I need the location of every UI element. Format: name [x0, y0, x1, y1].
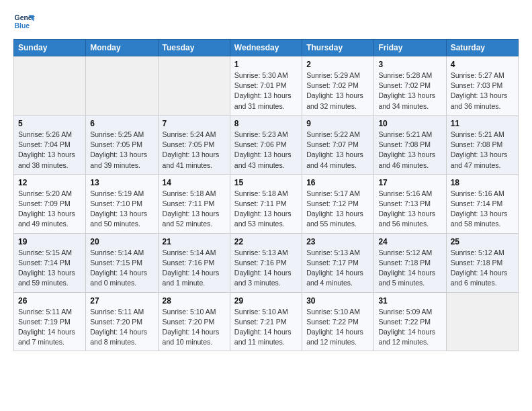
day-cell: 26Sunrise: 5:11 AMSunset: 7:19 PMDayligh…	[14, 292, 86, 351]
day-cell	[446, 292, 518, 351]
day-info: Sunrise: 5:21 AMSunset: 7:08 PMDaylight:…	[451, 130, 514, 171]
day-number: 2	[306, 60, 369, 69]
day-number: 23	[306, 237, 369, 246]
day-info: Sunrise: 5:29 AMSunset: 7:02 PMDaylight:…	[306, 71, 369, 111]
day-info: Sunrise: 5:14 AMSunset: 7:15 PMDaylight:…	[90, 248, 153, 289]
day-number: 12	[18, 178, 81, 187]
day-number: 19	[18, 237, 81, 246]
day-cell	[86, 56, 158, 116]
week-row-5: 26Sunrise: 5:11 AMSunset: 7:19 PMDayligh…	[14, 292, 519, 351]
day-info: Sunrise: 5:27 AMSunset: 7:03 PMDaylight:…	[451, 71, 514, 111]
logo: General Blue	[13, 11, 35, 32]
day-cell: 21Sunrise: 5:14 AMSunset: 7:16 PMDayligh…	[158, 233, 230, 292]
day-number: 11	[451, 119, 514, 128]
day-cell: 2Sunrise: 5:29 AMSunset: 7:02 PMDaylight…	[302, 56, 374, 116]
logo-icon: General Blue	[13, 11, 35, 32]
day-cell: 13Sunrise: 5:19 AMSunset: 7:10 PMDayligh…	[86, 174, 158, 233]
day-number: 3	[378, 60, 441, 69]
day-number: 20	[90, 237, 153, 246]
day-cell: 11Sunrise: 5:21 AMSunset: 7:08 PMDayligh…	[446, 115, 518, 174]
day-info: Sunrise: 5:10 AMSunset: 7:22 PMDaylight:…	[306, 307, 369, 348]
day-cell: 25Sunrise: 5:12 AMSunset: 7:18 PMDayligh…	[446, 233, 518, 292]
day-cell: 30Sunrise: 5:10 AMSunset: 7:22 PMDayligh…	[302, 292, 374, 351]
day-cell: 16Sunrise: 5:17 AMSunset: 7:12 PMDayligh…	[302, 174, 374, 233]
day-info: Sunrise: 5:12 AMSunset: 7:18 PMDaylight:…	[451, 248, 514, 289]
day-info: Sunrise: 5:25 AMSunset: 7:05 PMDaylight:…	[90, 130, 153, 171]
svg-text:Blue: Blue	[15, 22, 30, 30]
day-number: 16	[306, 178, 369, 187]
week-row-2: 5Sunrise: 5:26 AMSunset: 7:04 PMDaylight…	[14, 115, 519, 174]
week-row-1: 1Sunrise: 5:30 AMSunset: 7:01 PMDaylight…	[14, 56, 519, 116]
day-cell: 19Sunrise: 5:15 AMSunset: 7:14 PMDayligh…	[14, 233, 86, 292]
day-cell: 9Sunrise: 5:22 AMSunset: 7:07 PMDaylight…	[302, 115, 374, 174]
day-number: 31	[378, 296, 441, 306]
calendar-table: SundayMondayTuesdayWednesdayThursdayFrid…	[13, 39, 519, 351]
day-number: 14	[163, 178, 226, 187]
day-info: Sunrise: 5:28 AMSunset: 7:02 PMDaylight:…	[378, 71, 441, 111]
day-number: 1	[234, 60, 298, 69]
header-cell-monday: Monday	[86, 40, 158, 56]
day-info: Sunrise: 5:10 AMSunset: 7:21 PMDaylight:…	[234, 307, 298, 348]
header-cell-saturday: Saturday	[446, 40, 518, 56]
day-number: 4	[451, 60, 514, 69]
day-number: 22	[234, 237, 298, 246]
week-row-4: 19Sunrise: 5:15 AMSunset: 7:14 PMDayligh…	[14, 233, 519, 292]
day-info: Sunrise: 5:21 AMSunset: 7:08 PMDaylight:…	[378, 130, 441, 171]
day-cell: 12Sunrise: 5:20 AMSunset: 7:09 PMDayligh…	[14, 174, 86, 233]
day-cell: 18Sunrise: 5:16 AMSunset: 7:14 PMDayligh…	[446, 174, 518, 233]
day-cell: 17Sunrise: 5:16 AMSunset: 7:13 PMDayligh…	[374, 174, 446, 233]
day-cell: 3Sunrise: 5:28 AMSunset: 7:02 PMDaylight…	[374, 56, 446, 116]
day-number: 13	[90, 178, 153, 187]
day-info: Sunrise: 5:24 AMSunset: 7:05 PMDaylight:…	[163, 130, 226, 171]
day-info: Sunrise: 5:09 AMSunset: 7:22 PMDaylight:…	[378, 307, 441, 348]
day-cell: 6Sunrise: 5:25 AMSunset: 7:05 PMDaylight…	[86, 115, 158, 174]
day-info: Sunrise: 5:11 AMSunset: 7:19 PMDaylight:…	[18, 307, 81, 348]
day-number: 8	[234, 119, 298, 128]
day-info: Sunrise: 5:30 AMSunset: 7:01 PMDaylight:…	[234, 71, 298, 111]
header-cell-sunday: Sunday	[14, 40, 86, 56]
day-cell: 5Sunrise: 5:26 AMSunset: 7:04 PMDaylight…	[14, 115, 86, 174]
day-number: 21	[163, 237, 226, 246]
day-number: 28	[163, 296, 226, 306]
day-number: 5	[18, 119, 81, 128]
day-info: Sunrise: 5:22 AMSunset: 7:07 PMDaylight:…	[306, 130, 369, 171]
day-cell: 1Sunrise: 5:30 AMSunset: 7:01 PMDaylight…	[230, 56, 302, 116]
day-info: Sunrise: 5:11 AMSunset: 7:20 PMDaylight:…	[90, 307, 153, 348]
day-info: Sunrise: 5:17 AMSunset: 7:12 PMDaylight:…	[306, 189, 369, 230]
day-cell: 10Sunrise: 5:21 AMSunset: 7:08 PMDayligh…	[374, 115, 446, 174]
day-info: Sunrise: 5:14 AMSunset: 7:16 PMDaylight:…	[163, 248, 226, 289]
day-number: 9	[306, 119, 369, 128]
day-info: Sunrise: 5:26 AMSunset: 7:04 PMDaylight:…	[18, 130, 81, 171]
day-info: Sunrise: 5:19 AMSunset: 7:10 PMDaylight:…	[90, 189, 153, 230]
header-row: SundayMondayTuesdayWednesdayThursdayFrid…	[14, 40, 519, 56]
day-info: Sunrise: 5:13 AMSunset: 7:17 PMDaylight:…	[306, 248, 369, 289]
day-info: Sunrise: 5:13 AMSunset: 7:16 PMDaylight:…	[234, 248, 298, 289]
day-cell: 15Sunrise: 5:18 AMSunset: 7:11 PMDayligh…	[230, 174, 302, 233]
day-cell: 27Sunrise: 5:11 AMSunset: 7:20 PMDayligh…	[86, 292, 158, 351]
day-cell: 22Sunrise: 5:13 AMSunset: 7:16 PMDayligh…	[230, 233, 302, 292]
day-cell: 7Sunrise: 5:24 AMSunset: 7:05 PMDaylight…	[158, 115, 230, 174]
day-number: 24	[378, 237, 441, 246]
day-info: Sunrise: 5:20 AMSunset: 7:09 PMDaylight:…	[18, 189, 81, 230]
day-cell: 4Sunrise: 5:27 AMSunset: 7:03 PMDaylight…	[446, 56, 518, 116]
day-cell: 24Sunrise: 5:12 AMSunset: 7:18 PMDayligh…	[374, 233, 446, 292]
day-number: 10	[378, 119, 441, 128]
day-cell: 29Sunrise: 5:10 AMSunset: 7:21 PMDayligh…	[230, 292, 302, 351]
day-cell: 8Sunrise: 5:23 AMSunset: 7:06 PMDaylight…	[230, 115, 302, 174]
day-info: Sunrise: 5:10 AMSunset: 7:20 PMDaylight:…	[163, 307, 226, 348]
header-cell-wednesday: Wednesday	[230, 40, 302, 56]
day-cell	[14, 56, 86, 116]
day-cell: 23Sunrise: 5:13 AMSunset: 7:17 PMDayligh…	[302, 233, 374, 292]
day-info: Sunrise: 5:16 AMSunset: 7:14 PMDaylight:…	[451, 189, 514, 230]
day-number: 6	[90, 119, 153, 128]
day-cell: 14Sunrise: 5:18 AMSunset: 7:11 PMDayligh…	[158, 174, 230, 233]
header-cell-thursday: Thursday	[302, 40, 374, 56]
day-cell: 31Sunrise: 5:09 AMSunset: 7:22 PMDayligh…	[374, 292, 446, 351]
day-cell	[158, 56, 230, 116]
day-number: 17	[378, 178, 441, 187]
day-info: Sunrise: 5:15 AMSunset: 7:14 PMDaylight:…	[18, 248, 81, 289]
day-number: 30	[306, 296, 369, 306]
header-cell-friday: Friday	[374, 40, 446, 56]
day-number: 27	[90, 296, 153, 306]
day-info: Sunrise: 5:16 AMSunset: 7:13 PMDaylight:…	[378, 189, 441, 230]
